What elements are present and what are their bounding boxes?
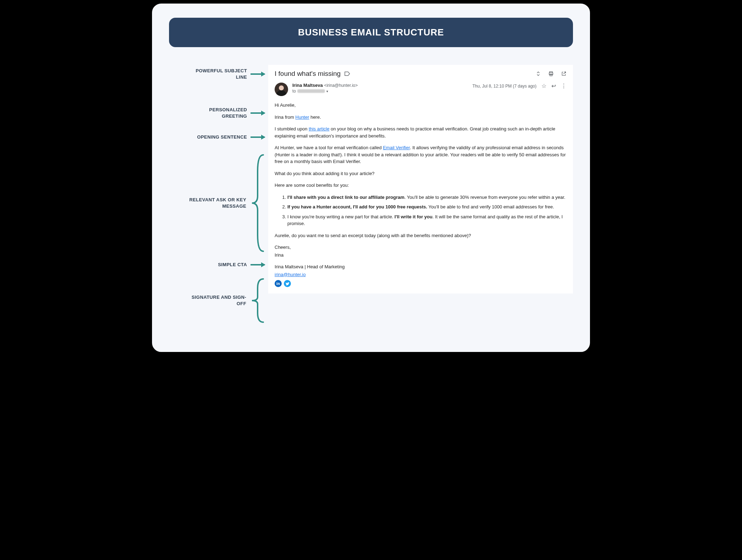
sig-cheers: Cheers, xyxy=(275,244,567,251)
sig-email-link[interactable]: irina@hunter.io xyxy=(275,272,306,277)
email-body: Hi Aurelie, Irina from Hunter here. I st… xyxy=(275,102,567,287)
ask-paragraph-3: Here are some cool benefits for you: xyxy=(275,182,567,189)
open-new-icon[interactable] xyxy=(561,71,567,77)
greeting-line: Hi Aurelie, xyxy=(275,102,567,109)
more-icon[interactable]: ⋮ xyxy=(561,83,567,89)
twitter-icon[interactable] xyxy=(284,280,291,287)
email-verifier-link[interactable]: Email Verifier xyxy=(383,145,410,150)
sig-full: Irina Maltseva | Head of Marketing xyxy=(275,263,567,270)
ask-paragraph-1: At Hunter, we have a tool for email veri… xyxy=(275,144,567,165)
sig-email: irina@hunter.io xyxy=(275,271,567,278)
brace-icon xyxy=(250,153,265,253)
benefit-item-2: If you have a Hunter account, I'll add f… xyxy=(287,203,567,211)
label-opening: OPENING SENTENCE xyxy=(197,134,265,140)
social-row: in xyxy=(275,280,567,287)
hunter-link[interactable]: Hunter xyxy=(296,114,309,120)
reply-icon[interactable]: ↩ xyxy=(551,83,556,89)
label-greeting: PERSONALIZED GREETING xyxy=(187,107,265,119)
benefit-item-1: I'll share with you a direct link to our… xyxy=(287,194,567,201)
label-signoff: SIGNATURE AND SIGN-OFF xyxy=(186,278,265,324)
redacted-recipient xyxy=(297,89,325,93)
benefit-item-3: I know you're busy writing a new part fo… xyxy=(287,213,567,227)
email-panel: I found what's missing Irina Maltseva <i… xyxy=(268,65,573,293)
article-link[interactable]: this article xyxy=(309,126,330,131)
expand-icon[interactable] xyxy=(535,71,541,77)
from-row: Irina Maltseva <irina@hunter.io> to ▾ Th… xyxy=(275,83,567,96)
intro-line: Irina from Hunter here. xyxy=(275,114,567,121)
ask-paragraph-2: What do you think about adding it to you… xyxy=(275,170,567,177)
from-address: <irina@hunter.io> xyxy=(324,83,358,88)
label-cta: SIMPLE CTA xyxy=(218,262,265,268)
label-ask: RELEVANT ASK OR KEY MESSAGE xyxy=(186,153,265,253)
arrow-icon xyxy=(251,264,265,265)
subject-icons xyxy=(535,71,567,77)
arrow-icon xyxy=(251,112,265,114)
sig-name: Irina xyxy=(275,252,567,259)
arrow-icon xyxy=(251,136,265,138)
email-date: Thu, Jul 8, 12:10 PM (7 days ago) xyxy=(472,84,536,89)
opening-paragraph: I stumbled upon this article on your blo… xyxy=(275,125,567,139)
linkedin-icon[interactable]: in xyxy=(275,280,282,287)
avatar xyxy=(275,83,288,96)
labels-column: POWERFUL SUBJECT LINE PERSONALIZED GREET… xyxy=(169,65,265,334)
from-name: Irina Maltseva xyxy=(292,83,323,88)
subject-text: I found what's missing xyxy=(275,70,341,78)
diagram-card: BUSINESS EMAIL STRUCTURE POWERFUL SUBJEC… xyxy=(151,3,591,353)
diagram-title: BUSINESS EMAIL STRUCTURE xyxy=(169,18,573,47)
email-subject: I found what's missing xyxy=(275,70,350,78)
to-line: to ▾ xyxy=(292,89,468,94)
arrow-icon xyxy=(251,73,265,75)
brace-icon xyxy=(250,278,265,324)
cta-line: Aurelie, do you want me to send an excer… xyxy=(275,232,567,239)
date-block: Thu, Jul 8, 12:10 PM (7 days ago) ☆ ↩ ⋮ xyxy=(472,83,567,89)
email-subject-row: I found what's missing xyxy=(275,70,567,78)
star-icon[interactable]: ☆ xyxy=(541,83,546,89)
from-meta: Irina Maltseva <irina@hunter.io> to ▾ xyxy=(292,83,468,94)
chevron-down-icon[interactable]: ▾ xyxy=(326,89,328,93)
benefits-list: I'll share with you a direct link to our… xyxy=(287,194,567,227)
print-icon[interactable] xyxy=(548,71,554,77)
content-row: POWERFUL SUBJECT LINE PERSONALIZED GREET… xyxy=(169,65,573,334)
label-subject-line: POWERFUL SUBJECT LINE xyxy=(187,68,265,80)
label-tag-icon xyxy=(344,71,350,77)
